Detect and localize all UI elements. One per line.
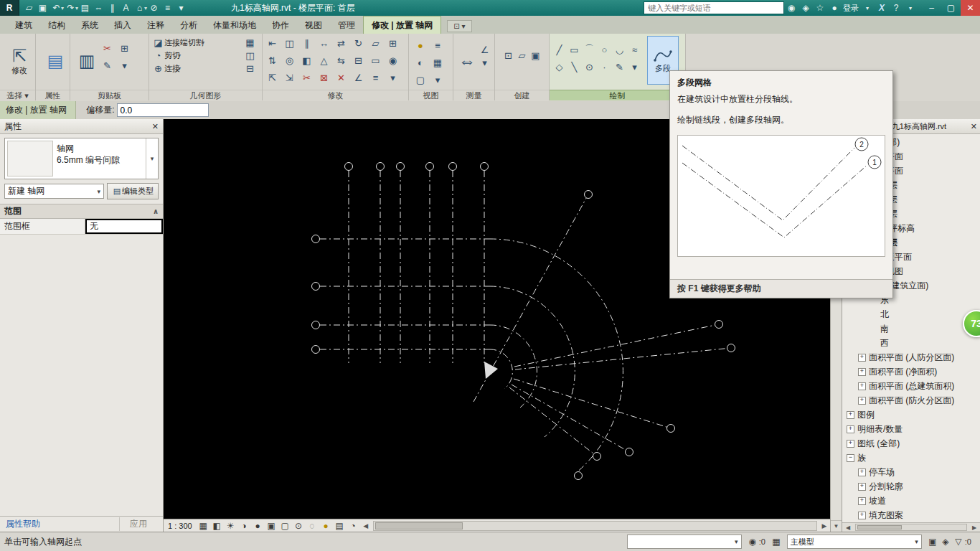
temporary-hide-isolate-icon[interactable]: ◌ <box>306 520 319 532</box>
browser-tree-item[interactable]: +分割轮廓 <box>842 479 980 494</box>
panel-properties-label[interactable]: 属性 <box>36 90 70 100</box>
wall-joins-icon[interactable]: ▦ <box>243 36 257 49</box>
properties-toggle-button[interactable]: ▤ <box>39 36 72 86</box>
angle-dim-icon[interactable]: ∠ <box>478 43 491 56</box>
type-selector[interactable]: 轴网 6.5mm 编号间隙 ▾ <box>4 138 159 179</box>
measure-button[interactable]: ⇔ <box>456 36 478 86</box>
browser-horizontal-scrollbar[interactable]: ◀ ▶ <box>842 522 980 532</box>
move-icon[interactable]: ↔ <box>317 37 331 50</box>
angle-icon[interactable]: ∠ <box>352 71 365 84</box>
rectangle-tool-icon[interactable]: ▭ <box>567 43 581 56</box>
align-icon[interactable]: ⇤ <box>265 37 279 50</box>
join-geometry-button[interactable]: ⊕连接 ▾ <box>152 62 243 75</box>
draw-more-icon[interactable]: ▾ <box>628 60 641 73</box>
analysis-display-icon[interactable]: ◔ <box>347 520 360 532</box>
offset-icon[interactable]: ◫ <box>283 37 296 50</box>
browser-tree-item[interactable]: −族 <box>842 451 980 465</box>
scroll-right-icon[interactable]: ▶ <box>819 522 830 529</box>
apply-button[interactable]: 应用 <box>119 517 157 531</box>
open-icon[interactable]: ▱ <box>22 1 36 14</box>
param-value-field[interactable]: 无 <box>85 219 163 234</box>
create-group-icon[interactable]: ⊡ <box>501 49 515 62</box>
shadows-icon[interactable]: ◑ <box>237 520 251 532</box>
spline-tool-icon[interactable]: ≈ <box>628 43 641 56</box>
project-browser-close-icon[interactable]: ✕ <box>971 122 977 131</box>
scale-icon[interactable]: △ <box>317 54 331 67</box>
background-process-icon[interactable]: ◈ <box>939 537 952 547</box>
split-icon[interactable]: ◧ <box>300 54 314 67</box>
expand-icon[interactable]: + <box>858 497 866 505</box>
cut-profile-icon[interactable]: ✂ <box>300 71 314 84</box>
line-tool-icon[interactable]: ╱ <box>552 43 566 56</box>
show-rendering-icon[interactable]: ● <box>251 520 265 532</box>
properties-help-link[interactable]: 属性帮助 <box>6 518 40 530</box>
collapse-icon[interactable]: − <box>847 454 854 462</box>
more-icon[interactable]: ▾ <box>386 71 400 84</box>
sign-in-label[interactable]: 登录 <box>843 3 859 14</box>
corner-trim-icon[interactable]: ⇆ <box>334 54 348 67</box>
modify-button[interactable]: ⇱ 修改 <box>3 36 36 86</box>
type-selector-arrow-icon[interactable]: ▾ <box>146 138 158 179</box>
minimize-button[interactable]: – <box>922 0 941 16</box>
browser-tree-item[interactable]: 北 <box>842 307 980 321</box>
browser-tree-item[interactable]: +面积平面 (总建筑面积) <box>842 379 980 393</box>
show-crop-region-icon[interactable]: ▢ <box>278 520 292 532</box>
text-icon[interactable]: A <box>119 1 133 14</box>
application-menu-button[interactable]: R <box>0 0 19 16</box>
delete-icon[interactable]: ⊠ <box>317 71 331 84</box>
visual-style-icon[interactable]: ◧ <box>210 520 224 532</box>
favorites-icon[interactable]: ☆ <box>813 1 827 14</box>
ribbon-tab[interactable]: 协作 <box>264 17 297 34</box>
detail-level-icon[interactable]: ▦ <box>197 520 210 532</box>
browser-tree-item[interactable]: +图例 <box>842 408 980 422</box>
circle-tool-icon[interactable]: ○ <box>598 43 611 56</box>
expand-icon[interactable]: + <box>847 411 854 419</box>
create-similar-icon[interactable]: ▱ <box>515 49 529 62</box>
isolate-icon[interactable]: ▦ <box>431 56 445 69</box>
scroll-down-icon[interactable]: ▼ <box>831 520 842 532</box>
help-arrow-icon[interactable]: ▾ <box>903 1 918 14</box>
browser-tree-item[interactable]: +面积平面 (防火分区面) <box>842 393 980 408</box>
expand-icon[interactable]: + <box>858 368 866 376</box>
ribbon-tab[interactable]: 结构 <box>40 17 73 34</box>
collapse-icon[interactable]: ∧ <box>153 207 159 215</box>
array-icon[interactable]: ⊞ <box>386 37 400 50</box>
match-type-icon[interactable]: ✎ <box>100 59 114 72</box>
design-option-dropdown[interactable]: 主模型▾ <box>787 534 922 549</box>
sketch-tool-icon[interactable]: ✎ <box>613 60 626 73</box>
rotate-icon[interactable]: ↻ <box>352 37 365 50</box>
panel-select-label[interactable]: 选择 ▾ <box>0 90 35 100</box>
expand-icon[interactable]: + <box>847 425 854 433</box>
cut-geometry-button[interactable]: ◔剪切 ▾ <box>152 49 243 62</box>
ribbon-tab[interactable]: 视图 <box>297 17 330 34</box>
browser-scroll-right-icon[interactable]: ▶ <box>969 524 980 531</box>
copy-icon[interactable]: ⇄ <box>334 37 348 50</box>
copy-icon[interactable]: ⊞ <box>118 42 131 55</box>
expand-icon[interactable]: + <box>858 468 866 476</box>
filter-icon[interactable]: ▽ <box>952 537 965 547</box>
worksharing-display-icon[interactable]: ▤ <box>333 520 347 532</box>
browser-tree-item[interactable]: +停车场 <box>842 465 980 479</box>
offset-copy-icon[interactable]: ◉ <box>386 54 400 67</box>
mirror-icon[interactable]: ▱ <box>369 37 382 50</box>
view-more-icon[interactable]: ▾ <box>431 73 445 86</box>
ribbon-tab[interactable]: 注释 <box>139 17 172 34</box>
fillet-arc-tool-icon[interactable]: ◡ <box>613 43 626 56</box>
join-geometry-button-arrow[interactable]: ▾ <box>178 65 181 72</box>
reveal-constraints-icon[interactable]: ▣ <box>926 537 939 547</box>
browser-tree-item[interactable]: 西 <box>842 336 980 350</box>
pin-icon[interactable]: ⊟ <box>352 54 365 67</box>
help-icon[interactable]: ? <box>889 1 903 14</box>
reveal-hidden-icon[interactable]: ● <box>414 39 428 52</box>
join-cut-icon[interactable]: ⇱ <box>265 71 279 84</box>
tab-modify-place-grid[interactable]: 修改 | 放置 轴网 <box>363 16 441 34</box>
cope-button-arrow[interactable]: ▾ <box>202 39 204 46</box>
aligned-dimension-icon[interactable]: ∥ <box>105 1 119 14</box>
user-icon[interactable]: ● <box>827 1 842 14</box>
thin-lines-icon[interactable]: ≡ <box>161 1 174 14</box>
section-header-extents[interactable]: 范围 ∧ <box>0 204 163 219</box>
exchange-apps-icon[interactable]: X <box>875 1 889 14</box>
ribbon-tab[interactable]: 系统 <box>73 17 106 34</box>
reveal-hidden-elements-icon[interactable]: ● <box>319 520 333 532</box>
sun-path-icon[interactable]: ☀ <box>224 520 237 532</box>
